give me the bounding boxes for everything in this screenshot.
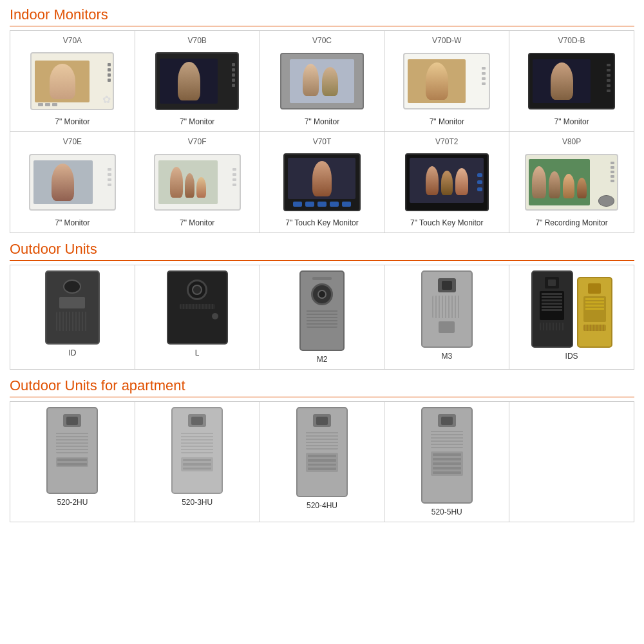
product-cell-v70c: V70C 7" Monitor	[260, 31, 385, 132]
label-v70t2: 7" Touch Key Monitor	[410, 218, 483, 227]
img-v70dw	[388, 49, 505, 113]
label-v70dw: 7" Monitor	[430, 117, 464, 126]
img-v70b	[139, 49, 256, 113]
img-v70t	[264, 150, 381, 214]
indoor-title: Indoor Monitors	[10, 6, 634, 26]
product-cell-l: L	[135, 265, 260, 370]
img-520-5hu	[388, 407, 505, 504]
label-520-4hu: 520-4HU	[307, 501, 337, 510]
label-520-2hu: 520-2HU	[57, 498, 88, 507]
img-v70c	[264, 49, 381, 113]
img-id	[14, 270, 131, 345]
img-ids	[513, 270, 630, 348]
indoor-grid: V70A ✿ 7" Monitor	[10, 30, 634, 233]
model-v70b: V70B	[188, 36, 207, 45]
model-v70f: V70F	[188, 137, 207, 146]
img-520-4hu	[264, 407, 381, 497]
img-v70a: ✿	[14, 49, 131, 113]
label-520-3hu: 520-3HU	[182, 498, 213, 507]
label-id: ID	[68, 348, 76, 357]
product-cell-v70db: V70D-B 7" Monitor	[509, 31, 634, 132]
model-v70db: V70D-B	[558, 36, 585, 45]
model-v80p: V80P	[562, 137, 581, 146]
apartment-title: Outdoor Units for apartment	[10, 377, 634, 397]
model-v70a: V70A	[63, 36, 82, 45]
img-520-3hu	[139, 407, 256, 494]
label-v70e: 7" Monitor	[55, 218, 90, 227]
apartment-section: Outdoor Units for apartment 520-2HU	[10, 377, 634, 522]
label-m2: M2	[317, 355, 328, 364]
label-v80p: 7" Recording Monitor	[535, 218, 607, 227]
label-v70db: 7" Monitor	[554, 117, 589, 126]
label-l: L	[195, 348, 200, 357]
label-v70c: 7" Monitor	[305, 117, 339, 126]
model-v70t: V70T	[313, 137, 332, 146]
model-v70t2: V70T2	[435, 137, 458, 146]
label-v70b: 7" Monitor	[180, 117, 214, 126]
outdoor-title: Outdoor Units	[10, 241, 634, 261]
product-cell-v70t: V70T 7" Touch Key Monitor	[260, 132, 385, 233]
product-cell-520-5hu: 520-5HU	[384, 402, 509, 522]
product-cell-520-4hu: 520-4HU	[260, 402, 385, 522]
product-cell-520-3hu: 520-3HU	[135, 402, 260, 522]
label-v70f: 7" Monitor	[180, 218, 214, 227]
product-cell-v70e: V70E 7" Monitor	[10, 132, 135, 233]
product-cell-id: ID	[10, 265, 135, 370]
product-cell-v70dw: V70D-W 7" Monitor	[384, 31, 509, 132]
outdoor-section: Outdoor Units ID	[10, 241, 634, 370]
model-v70e: V70E	[63, 137, 82, 146]
model-v70dw: V70D-W	[432, 36, 461, 45]
img-v70e	[14, 150, 131, 214]
label-v70t: 7" Touch Key Monitor	[285, 218, 358, 227]
img-m3	[388, 270, 505, 348]
label-m3: M3	[441, 352, 452, 361]
apartment-grid: 520-2HU 520-3HU	[10, 401, 634, 522]
indoor-section: Indoor Monitors V70A ✿	[10, 6, 634, 233]
product-cell-m3: M3	[384, 265, 509, 370]
img-v70t2	[388, 150, 505, 214]
product-cell-v70b: V70B 7" Monitor	[135, 31, 260, 132]
empty-cell	[509, 402, 634, 522]
img-520-2hu	[14, 407, 131, 494]
product-cell-ids: IDS	[509, 265, 634, 370]
img-v70f	[139, 150, 256, 214]
product-cell-v70t2: V70T2 7"	[384, 132, 509, 233]
model-v70c: V70C	[312, 36, 332, 45]
img-l	[139, 270, 256, 345]
product-cell-m2: M2	[260, 265, 385, 370]
product-cell-v70a: V70A ✿ 7" Monitor	[10, 31, 135, 132]
product-cell-520-2hu: 520-2HU	[10, 402, 135, 522]
img-m2	[264, 270, 381, 351]
product-cell-v70f: V70F	[135, 132, 260, 233]
img-v80p	[513, 150, 630, 214]
label-v70a: 7" Monitor	[55, 117, 90, 126]
label-520-5hu: 520-5HU	[431, 507, 462, 516]
img-v70db	[513, 49, 630, 113]
product-cell-v80p: V80P	[509, 132, 634, 233]
label-ids: IDS	[565, 352, 578, 361]
outdoor-grid: ID L	[10, 265, 634, 370]
